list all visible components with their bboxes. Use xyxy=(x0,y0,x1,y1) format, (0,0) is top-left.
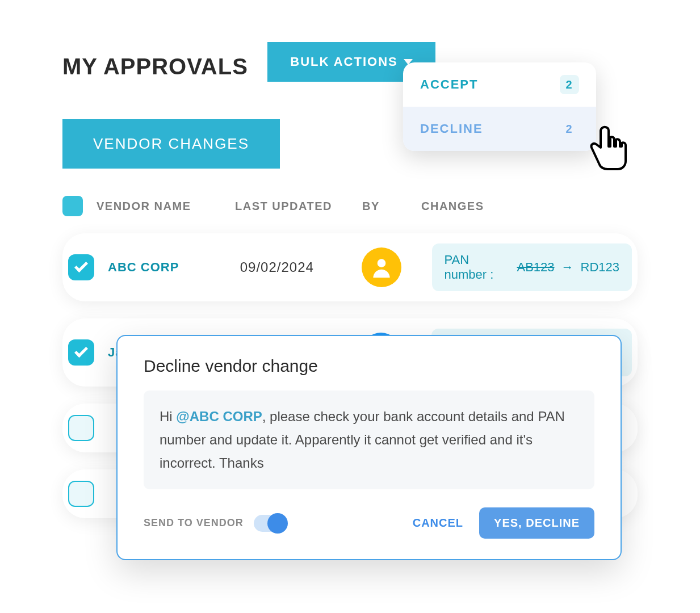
decline-count-badge: 2 xyxy=(560,119,579,138)
dialog-message[interactable]: Hi @ABC CORP, please check your bank acc… xyxy=(144,391,594,489)
mention[interactable]: @ABC CORP xyxy=(176,409,262,424)
row-checkbox[interactable] xyxy=(68,481,94,507)
change-label: PAN number : xyxy=(445,253,513,282)
bulk-actions-label: BULK ACTIONS xyxy=(290,54,397,69)
select-all-checkbox[interactable] xyxy=(62,196,83,216)
decline-label: DECLINE xyxy=(420,121,483,136)
person-icon xyxy=(369,255,394,280)
tab-vendor-changes[interactable]: VENDOR CHANGES xyxy=(62,119,280,169)
send-to-vendor-toggle[interactable] xyxy=(254,515,287,532)
last-updated: 09/02/2024 xyxy=(240,259,348,275)
accept-count-badge: 2 xyxy=(560,75,579,94)
decline-dialog: Decline vendor change Hi @ABC CORP, plea… xyxy=(116,335,622,560)
cancel-button[interactable]: CANCEL xyxy=(413,517,463,530)
send-to-vendor-label: SEND TO VENDOR xyxy=(144,517,244,529)
page-title: MY APPROVALS xyxy=(62,54,248,79)
col-vendor-name: VENDOR NAME xyxy=(97,200,221,213)
change-old-value: AB123 xyxy=(517,260,554,275)
avatar xyxy=(362,247,401,287)
row-checkbox[interactable] xyxy=(68,339,94,366)
toggle-knob xyxy=(267,513,288,534)
change-new-value: RD123 xyxy=(581,260,619,275)
popover-decline[interactable]: DECLINE 2 xyxy=(403,107,596,151)
table-row[interactable]: ABC CORP 09/02/2024 PAN number : AB123 →… xyxy=(62,233,638,301)
change-pill: PAN number : AB123 → RD123 xyxy=(432,243,632,291)
row-checkbox[interactable] xyxy=(68,415,94,441)
row-checkbox[interactable] xyxy=(68,254,94,280)
vendor-name: ABC CORP xyxy=(108,260,227,275)
accept-label: ACCEPT xyxy=(420,77,478,92)
bulk-actions-popover: ACCEPT 2 DECLINE 2 xyxy=(403,62,596,151)
dialog-title: Decline vendor change xyxy=(144,356,594,376)
popover-accept[interactable]: ACCEPT 2 xyxy=(403,62,596,107)
confirm-decline-button[interactable]: YES, DECLINE xyxy=(479,507,594,539)
check-icon xyxy=(74,259,88,272)
table-header: VENDOR NAME LAST UPDATED BY CHANGES xyxy=(62,196,638,216)
svg-point-0 xyxy=(377,259,385,267)
col-changes: CHANGES xyxy=(421,200,638,213)
col-by: BY xyxy=(362,200,408,213)
cursor-hand-icon xyxy=(579,119,636,176)
arrow-right-icon: → xyxy=(561,260,574,275)
col-last-updated: LAST UPDATED xyxy=(235,200,349,213)
dialog-greeting: Hi xyxy=(160,409,176,424)
check-icon xyxy=(74,344,88,358)
